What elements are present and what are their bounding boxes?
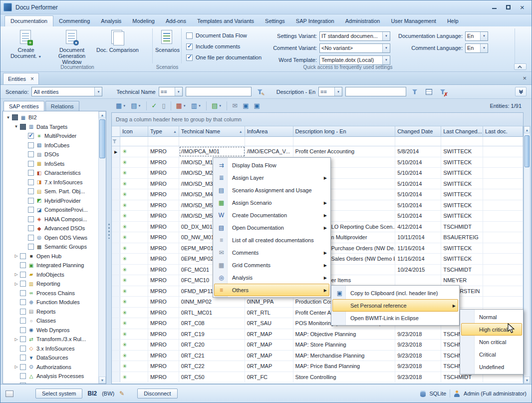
ribbon-checkbox-include-comments[interactable]: Include comments (186, 41, 262, 52)
grid-scrollbar[interactable]: ▲ ▼ (524, 126, 531, 384)
menu-tab-add-ons[interactable]: Add-ons (160, 16, 192, 26)
filter-editor-icon[interactable]: ✎ (255, 87, 266, 97)
column-chooser-icon[interactable]: ▯ (160, 100, 167, 111)
dropdown-comment-variant[interactable]: <No variant> (319, 43, 390, 53)
column-header-description-long-en[interactable]: Description long - En (293, 126, 396, 137)
filter-settings-icon[interactable] (423, 87, 434, 97)
doc-comparison-button[interactable]: Doc. Comparison (95, 28, 140, 66)
expander-icon[interactable]: ▷ (13, 365, 19, 369)
create-document-button[interactable]: + Create Document.▼ (3, 28, 48, 66)
table-row[interactable]: ✳MPRO0INM_MP020INM_PPAProduction Cost... (112, 297, 523, 308)
tree-checkbox[interactable] (20, 355, 26, 361)
collapse-filter-panel-button[interactable] (515, 87, 527, 96)
tree-checkbox[interactable] (28, 170, 34, 176)
tree-item-web-dynpros[interactable]: ◉Web Dynpros (3, 326, 98, 335)
tree-item-reports[interactable]: ▤Reports (3, 307, 98, 317)
filter-cell[interactable] (483, 137, 523, 146)
tree-item-infoobjects[interactable]: ▷▰InfoObjects (3, 270, 98, 280)
menu-tab-modeling[interactable]: Modeling (127, 16, 160, 26)
tree-item-hana-composi[interactable]: ◈HANA Composi... (3, 215, 98, 224)
column-header-last-changed[interactable]: Last Changed... (441, 126, 483, 137)
context-menu-item-assign-layer[interactable]: ≣Assign Layer (214, 171, 329, 184)
tree-item-analysis-processes[interactable]: △Analysis Processes (3, 372, 98, 381)
tree-checkbox[interactable] (20, 253, 26, 259)
column-header-icon[interactable]: Icon (120, 126, 148, 137)
description-filter-input[interactable] (345, 87, 406, 96)
tree-item-bi2[interactable]: ▼▦BI2 (3, 113, 98, 122)
menu-tab-help[interactable]: Help (442, 16, 464, 26)
technical-name-filter-input[interactable] (186, 87, 252, 96)
tree-checkbox[interactable] (20, 336, 26, 342)
context-menu-item-create-documentation[interactable]: WCreate Documentation (214, 209, 329, 221)
tree-checkbox[interactable] (20, 281, 26, 287)
dropdown-word-template[interactable]: Template.dotx (Local) (319, 55, 390, 65)
dropdown-documentation-language[interactable]: En (465, 31, 488, 41)
tree-item-infosets[interactable]: ▦InfoSets (3, 159, 98, 169)
tree-checkbox[interactable] (20, 299, 26, 305)
description-operator-dropdown[interactable]: == (318, 87, 342, 96)
tree-checkbox[interactable] (20, 309, 26, 315)
submenu-item-set-personal-reference[interactable]: Set Personal reference (332, 299, 458, 312)
context-menu-item-display-data-flow[interactable]: ⇉Display Data Flow (214, 159, 329, 171)
scenarios-button[interactable]: Scenarios (154, 28, 181, 54)
dropdown-settings-variant[interactable]: IT standard documen... (319, 31, 390, 41)
tree-checkbox[interactable] (20, 318, 26, 324)
menu-tab-analysis[interactable]: Analysis (95, 16, 127, 26)
tree-checkbox[interactable] (28, 216, 34, 222)
document-generation-window-button[interactable]: ● Document Generation Window (49, 28, 94, 66)
ribbon-collapse-button[interactable] (514, 63, 527, 70)
tree-item-multiprovider[interactable]: ✳MultiProvider (3, 131, 98, 141)
tree-item-transform-3-x-rul[interactable]: ▷⇄Transform./3.x Rul... (3, 335, 98, 344)
tree-checkbox[interactable] (28, 142, 34, 148)
expander-icon[interactable]: ▷ (13, 337, 19, 342)
apply-filter-icon[interactable] (409, 87, 420, 97)
context-menu-item-grid-comments[interactable]: ▦Grid Comments (214, 259, 329, 271)
tree-checkbox[interactable] (28, 244, 34, 250)
menu-tab-administration[interactable]: Administration (340, 16, 386, 26)
scroll-up-icon[interactable]: ▲ (524, 126, 530, 133)
comment-icon[interactable]: ✉ (231, 100, 239, 111)
tree-item-classes[interactable]: ○Classes (3, 316, 98, 326)
menu-tab-commenting[interactable]: Commenting (53, 16, 95, 26)
close-button[interactable]: × (516, 2, 529, 12)
expander-icon[interactable]: ▼ (13, 124, 19, 129)
tree-item-infocubes[interactable]: ▧InfoCubes (3, 141, 98, 150)
tree-item-data-targets[interactable]: ▼▥Data Targets (3, 122, 98, 132)
menu-tab-user-management[interactable]: User Management (385, 16, 442, 26)
grid-edit-icon[interactable]: ▦▼ (175, 100, 188, 111)
tree-item-sem-part-obj[interactable]: ▤Sem. Part. Obj... (3, 187, 98, 196)
scrollbar-thumb[interactable] (525, 135, 530, 167)
filter-row-indicator[interactable] (112, 137, 120, 146)
tree-scrollbar[interactable]: ▲ ▼ (98, 111, 106, 384)
ribbon-checkbox-document-data-flow[interactable]: Document Data Flow (186, 30, 262, 41)
expander-icon[interactable]: ▷ (13, 254, 19, 258)
scroll-up-icon[interactable]: ▲ (99, 111, 106, 118)
filter-cell[interactable] (245, 137, 293, 146)
reference-menu-item-undefined[interactable]: Undefined (461, 361, 522, 373)
technical-name-operator-dropdown[interactable]: == (159, 87, 183, 96)
dropdown-comment-language[interactable]: En (465, 43, 488, 53)
filter-cell[interactable] (441, 137, 483, 146)
table-row[interactable]: ▶✳MPRO/IMO/PCA_M01/IMO/ECPCA_V...Profit … (112, 146, 523, 157)
tree-checkbox[interactable] (28, 198, 34, 204)
clear-filter-icon[interactable]: ✗ (437, 87, 448, 97)
tree-checkbox[interactable] (20, 383, 26, 384)
minimize-button[interactable] (488, 2, 501, 12)
tree-checkbox[interactable] (28, 151, 34, 157)
expander-icon[interactable]: ▼ (5, 115, 11, 120)
reference-menu-item-normal[interactable]: Normal (461, 311, 522, 323)
tree-item-authorizations[interactable]: ▷⊙Authorizations (3, 363, 98, 372)
column-header-type[interactable]: Type▲ (148, 126, 179, 137)
context-menu-item-others[interactable]: ≡Others (214, 284, 329, 296)
grid-filter-row[interactable] (112, 137, 523, 146)
copy-grid-with-headers-icon[interactable]: ▣ (253, 100, 262, 111)
assign-scenario-matrix-icon[interactable]: ▦▼ (114, 100, 127, 111)
filter-cell[interactable] (293, 137, 396, 146)
tree-checkbox[interactable] (20, 373, 26, 379)
tree-item-7-x-infosources[interactable]: ◨7.x InfoSources (3, 178, 98, 187)
copy-grid-icon[interactable]: ▣ (241, 100, 250, 111)
context-menu-item-open-documentation[interactable]: ▤Open Documentation (214, 221, 329, 234)
context-menu-item-list-of-all-created-documentations[interactable]: ≡List of all created documentations (214, 234, 329, 246)
tree-item-dsos[interactable]: ▨DSOs (3, 150, 98, 159)
close-document-button[interactable]: × (523, 74, 527, 82)
